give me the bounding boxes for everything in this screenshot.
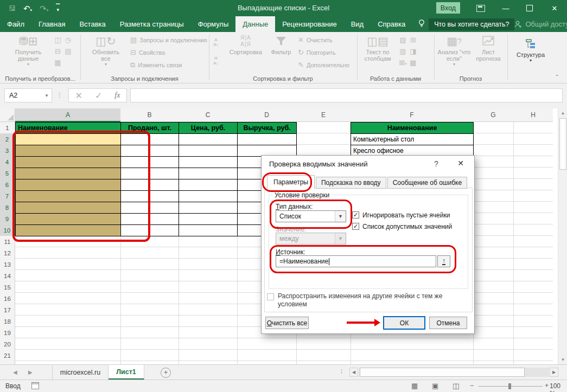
row-header-9[interactable]: 9 bbox=[0, 213, 15, 225]
menu-tab-Рецензирование[interactable]: Рецензирование bbox=[275, 16, 343, 32]
from-range-icon[interactable]: ▦ bbox=[53, 59, 62, 69]
row-header-7[interactable]: 7 bbox=[0, 190, 15, 202]
what-if-button[interactable]: ▦? Анализ "что если" ▾ bbox=[437, 34, 471, 67]
row-header-5[interactable]: 5 bbox=[0, 168, 15, 179]
grid-cell-A7[interactable] bbox=[15, 190, 121, 202]
grid-cell-A3[interactable] bbox=[15, 145, 121, 157]
from-table-icon[interactable]: ▤ bbox=[63, 47, 73, 57]
relationships-icon[interactable]: ◨ bbox=[409, 47, 418, 57]
grid-cell-A4[interactable] bbox=[15, 156, 121, 168]
queries-connections-item[interactable]: ▤Запросы и подключения bbox=[130, 36, 207, 43]
dialog-tab-2[interactable]: Подсказка по вводу bbox=[316, 177, 386, 189]
grid-cell-C4[interactable] bbox=[179, 156, 238, 168]
confirm-entry-icon[interactable]: ✓ bbox=[95, 91, 102, 101]
zoom-in-icon[interactable]: + bbox=[545, 382, 549, 389]
grid-cell-A2[interactable] bbox=[15, 133, 121, 145]
grid-cell-A1[interactable]: Наименование bbox=[15, 122, 121, 134]
grid-cell-B2[interactable] bbox=[120, 133, 179, 145]
row-header-3[interactable]: 3 bbox=[0, 145, 15, 157]
menu-tab-Данные[interactable]: Данные bbox=[235, 16, 275, 32]
sheet-tab-list1[interactable]: Лист1 bbox=[109, 365, 144, 380]
insert-function-icon[interactable]: fx bbox=[114, 91, 120, 100]
row-header-21[interactable]: 21 bbox=[0, 350, 15, 362]
sort-az-icon[interactable]: АЯ↓ bbox=[213, 37, 219, 47]
row-header-13[interactable]: 13 bbox=[0, 259, 15, 271]
formula-input[interactable] bbox=[130, 88, 563, 102]
share-button[interactable]: Общий доступ bbox=[514, 20, 567, 28]
row-header-12[interactable]: 12 bbox=[0, 247, 15, 259]
scroll-left-icon[interactable]: ◀ bbox=[349, 368, 358, 377]
menu-tab-Файл[interactable]: Файл bbox=[0, 16, 31, 32]
row-header-11[interactable]: 11 bbox=[0, 236, 15, 248]
dialog-tab-1[interactable]: Параметры bbox=[267, 175, 315, 189]
grid-cell-B6[interactable] bbox=[120, 179, 179, 191]
grid-cell-B7[interactable] bbox=[120, 190, 179, 202]
row-header-15[interactable]: 15 bbox=[0, 281, 15, 293]
from-web-icon[interactable]: ⊟ bbox=[53, 47, 62, 57]
forecast-sheet-button[interactable]: Лист прогноза bbox=[472, 34, 505, 62]
name-box-dropdown-icon[interactable]: ▾ bbox=[42, 93, 52, 98]
new-sheet-button[interactable]: + bbox=[161, 368, 171, 378]
dialog-close-icon[interactable]: ✕ bbox=[453, 159, 469, 168]
grid-cell-C8[interactable] bbox=[179, 202, 238, 214]
clear-all-button[interactable]: Очистить все bbox=[265, 317, 309, 329]
cancel-button[interactable]: Отмена bbox=[429, 317, 467, 329]
row-header-18[interactable]: 18 bbox=[0, 316, 15, 327]
column-header-H[interactable]: H bbox=[513, 108, 553, 122]
vertical-scrollbar[interactable]: ▲ ▼ bbox=[558, 108, 567, 364]
minimize-button[interactable]: — bbox=[495, 0, 517, 16]
page-break-view-icon[interactable]: ◫ bbox=[453, 382, 459, 390]
grid-cell-A9[interactable] bbox=[15, 213, 121, 225]
column-header-F[interactable]: F bbox=[351, 108, 474, 122]
grid-cell-D2[interactable] bbox=[237, 133, 297, 145]
tell-me-search-input[interactable]: Что вы хотите сделать? bbox=[429, 18, 514, 30]
row-header-8[interactable]: 8 bbox=[0, 202, 15, 214]
sort-button[interactable]: Я|АА|Я Сортировка bbox=[225, 34, 266, 55]
grid-cell-B5[interactable] bbox=[120, 168, 179, 179]
grid-cell-C6[interactable] bbox=[179, 179, 238, 191]
grid-cell-B9[interactable] bbox=[120, 213, 179, 225]
data-validation-icon[interactable]: ⊠▾ bbox=[398, 59, 407, 69]
outline-button[interactable]: Структура ▾ bbox=[514, 36, 547, 63]
row-header-6[interactable]: 6 bbox=[0, 179, 15, 191]
grid-cell-C1[interactable]: Цена, руб. bbox=[179, 122, 238, 134]
ribbon-display-options-button[interactable] bbox=[470, 0, 492, 16]
remove-duplicates-icon[interactable]: ▥ bbox=[398, 47, 407, 57]
zoom-out-icon[interactable]: − bbox=[470, 382, 474, 389]
grid-cell-B8[interactable] bbox=[120, 202, 179, 214]
grid-cell-A10[interactable] bbox=[15, 224, 121, 236]
cancel-entry-icon[interactable]: ✕ bbox=[75, 91, 82, 101]
column-header-E[interactable]: E bbox=[296, 108, 351, 122]
row-header-2[interactable]: 2 bbox=[0, 133, 15, 145]
menu-tab-Вставка[interactable]: Вставка bbox=[72, 16, 112, 32]
row-header-1[interactable]: 1 bbox=[0, 122, 15, 134]
ok-button[interactable]: ОК bbox=[383, 316, 425, 330]
redo-icon[interactable]: ↷▾ bbox=[40, 4, 48, 12]
text-to-columns-button[interactable]: ◫▤ Текст по столбцам bbox=[360, 34, 395, 62]
tab-splitter-handle[interactable]: ⁞ bbox=[341, 368, 342, 375]
grid-cell-C5[interactable] bbox=[179, 168, 238, 179]
consolidate-icon[interactable]: ⊞ bbox=[409, 36, 418, 46]
undo-icon[interactable]: ↶▾ bbox=[23, 4, 32, 12]
data-tools-mini-icons[interactable]: ▧⊞ ▥◨ ⊠▾▩ bbox=[398, 36, 418, 69]
manage-data-model-icon[interactable]: ▩ bbox=[409, 59, 418, 69]
customize-qat-icon[interactable]: ▔▾ bbox=[56, 5, 60, 11]
row-header-10[interactable]: 10 bbox=[0, 224, 15, 236]
grid-cell-B3[interactable] bbox=[120, 145, 179, 157]
grid-cell-C10[interactable] bbox=[179, 224, 238, 236]
row-header-20[interactable]: 20 bbox=[0, 338, 15, 350]
horizontal-scrollbar-thumb[interactable] bbox=[360, 368, 525, 377]
close-button[interactable]: ✕ bbox=[544, 0, 565, 16]
grid-cell-D1[interactable]: Выручка, руб. bbox=[237, 122, 297, 134]
column-header-D[interactable]: D bbox=[237, 108, 297, 122]
menu-tab-Главная[interactable]: Главная bbox=[31, 16, 72, 32]
grid-cell-A5[interactable] bbox=[15, 168, 121, 179]
grid-cell-A6[interactable] bbox=[15, 179, 121, 191]
flash-fill-icon[interactable]: ▧ bbox=[398, 36, 407, 46]
formula-bar-drag-handle[interactable]: ⋮ bbox=[56, 91, 63, 99]
save-icon[interactable]: 🖫 bbox=[9, 5, 16, 12]
select-all-corner[interactable] bbox=[0, 108, 15, 122]
macro-record-icon[interactable] bbox=[31, 382, 39, 389]
grid-cell-C9[interactable] bbox=[179, 213, 238, 225]
grid-cell-C7[interactable] bbox=[179, 190, 238, 202]
